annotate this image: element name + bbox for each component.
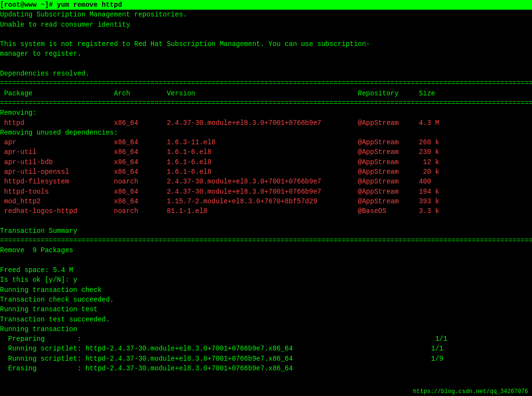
test-succeeded: Transaction test succeeded. <box>0 315 532 324</box>
separator-2: ========================================… <box>0 98 532 108</box>
line-2: Unable to read consumer identity <box>0 20 532 30</box>
erasing: Erasing : httpd-2.4.37-30.module+el8.3.0… <box>0 364 532 373</box>
line-7: Dependencies resolved. <box>0 69 532 78</box>
running-test: Running transaction test <box>0 305 532 314</box>
command-prompt-line: [root@www ~]# yum remove httpd <box>0 0 532 10</box>
line-3 <box>0 30 532 39</box>
pkg-apr: apr x86_64 1.6.3-11.el8 @AppStream 260 k <box>0 137 532 147</box>
pkg-httpd: httpd x86_64 2.4.37-30.module+el8.3.0+70… <box>0 118 532 128</box>
running-transaction: Running transaction <box>0 324 532 334</box>
removing-label: Removing: <box>0 108 532 118</box>
freed-space: Freed space: 5.4 M <box>0 265 532 275</box>
remove-count: Remove 9 Packages <box>0 245 532 255</box>
prompt-confirm: Is this ok [y/N]: y <box>0 275 532 285</box>
separator-1: ========================================… <box>0 78 532 88</box>
table-header: Package Arch Version Repository Size <box>0 89 532 98</box>
pkg-apr-util-bdb: apr-util-bdb x86_64 1.6.1-6.el8 @AppStre… <box>0 157 532 167</box>
line-5: manager to register. <box>0 49 532 59</box>
scriptlet-1: Running scriptlet: httpd-2.4.37-30.modul… <box>0 344 532 353</box>
line-1: Updating Subscription Management reposit… <box>0 10 532 19</box>
line-4: This system is not registered to Red Hat… <box>0 39 532 49</box>
pkg-mod-http2: mod_http2 x86_64 1.15.7-2.module+el8.3.0… <box>0 197 532 206</box>
terminal-window: [root@www ~]# yum remove httpd Updating … <box>0 0 532 396</box>
watermark: https://blog.csdn.net/qq_34267076 <box>413 388 528 395</box>
transaction-summary-label: Transaction Summary <box>0 226 532 236</box>
blank-1 <box>0 216 532 226</box>
pkg-redhat-logos-httpd: redhat-logos-httpd noarch 81.1-1.el8 @Ba… <box>0 206 532 216</box>
scriptlet-2: Running scriptlet: httpd-2.4.37-30.modul… <box>0 354 532 364</box>
pkg-apr-util: apr-util x86_64 1.6.1-6.el8 @AppStream 2… <box>0 147 532 157</box>
pkg-httpd-filesystem: httpd-filesystem noarch 2.4.37-30.module… <box>0 177 532 186</box>
line-6 <box>0 59 532 69</box>
separator-3: ========================================… <box>0 236 532 245</box>
check-succeeded: Transaction check succeeded. <box>0 295 532 305</box>
blank-2 <box>0 256 532 265</box>
running-check: Running transaction check <box>0 285 532 295</box>
removing-unused-label: Removing unused dependencies: <box>0 128 532 137</box>
preparing: Preparing : 1/1 <box>0 334 532 344</box>
pkg-httpd-tools: httpd-tools x86_64 2.4.37-30.module+el8.… <box>0 187 532 197</box>
pkg-apr-util-openssl: apr-util-openssl x86_64 1.6.1-6.el8 @App… <box>0 167 532 177</box>
